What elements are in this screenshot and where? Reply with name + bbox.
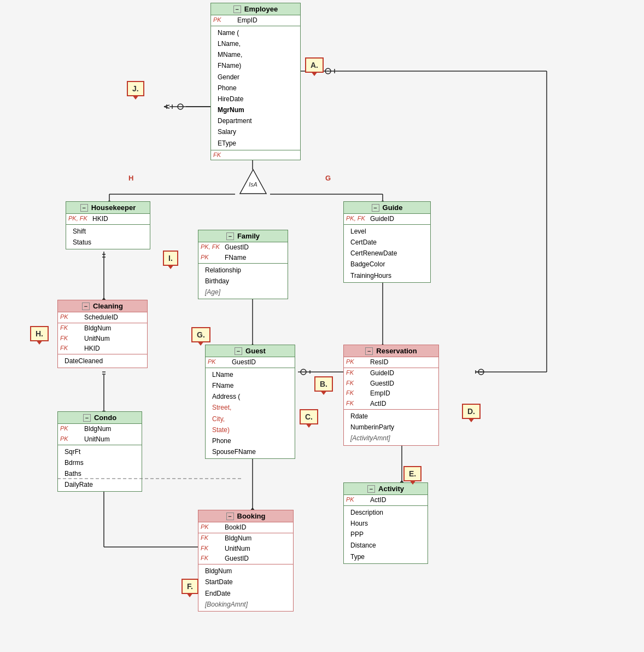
entity-row: FK GuestID [344,379,438,389]
entity-row: Type [346,551,425,562]
isa-triangle: IsA [239,168,267,196]
entity-cleaning-collapse[interactable]: − [82,302,90,310]
entity-row: CertDate [346,237,428,248]
entity-row: SqrFt [60,446,139,457]
entity-row: [Age] [201,287,285,298]
entity-row: PK BldgNum [58,424,142,434]
entity-row: EndDate [201,588,291,599]
entity-row: Bdrms [60,457,139,468]
entity-activity-header: − Activity [344,483,428,495]
entity-row: Hours [346,518,425,529]
entity-family-title: Family [237,232,260,240]
label-j: J. [127,81,144,96]
label-c: C. [300,409,318,424]
label-f: F. [182,579,198,594]
entity-activity-title: Activity [378,485,404,493]
entity-row: MgrNum [213,104,298,115]
entity-row: Rdate [346,411,436,422]
svg-point-11 [178,104,183,109]
entity-row: SpouseFName [208,446,292,457]
entity-housekeeper-header: − Housekeeper [66,202,150,214]
entity-row: Gender [213,72,298,83]
entity-row: FK EmpID [344,388,438,399]
entity-row: Department [213,115,298,126]
entity-row: TrainingHours [346,270,428,281]
entity-row: City, [208,414,292,424]
entity-booking: − Booking PK BookID FK BldgNum FK UnitNu… [198,510,294,612]
entity-family-header: − Family [198,230,288,242]
entity-activity-collapse[interactable]: − [367,485,375,493]
label-h: H. [30,326,49,341]
entity-employee: − Employee PK EmpID Name ( LName, MName,… [210,3,301,160]
entity-row: Status [68,237,148,248]
entity-guide: − Guide PK, FK GuideID Level CertDate Ce… [343,201,431,283]
entity-row: PK FName [198,253,288,263]
entity-row: Level [346,226,428,237]
entity-row: PK, FK GuestID [198,242,288,253]
entity-row: [BookingAmnt] [201,599,291,610]
entity-row: FK BldgNum [58,323,147,334]
entity-reservation-collapse[interactable]: − [365,347,373,355]
entity-booking-collapse[interactable]: − [226,513,234,520]
label-g: G. [191,327,210,342]
entity-guide-header: − Guide [344,202,430,214]
entity-row: PK, FK GuideID [344,214,430,224]
entity-guide-collapse[interactable]: − [372,204,379,212]
entity-row: PK GuestID [206,357,295,368]
entity-guest-collapse[interactable]: − [235,347,242,355]
entity-row: Phone [208,435,292,446]
entity-row: State) [208,424,292,435]
entity-row: FK BldgNum [198,533,293,544]
entity-row: StartDate [201,577,291,587]
entity-family-collapse[interactable]: − [226,232,234,240]
entity-booking-header: − Booking [198,510,293,522]
entity-row: FK UnitNum [58,334,147,344]
entity-row: PK UnitNum [58,434,142,445]
entity-cleaning: − Cleaning PK ScheduleID FK BldgNum FK U… [57,300,148,368]
entity-booking-title: Booking [237,512,266,520]
entity-guide-title: Guide [383,203,403,212]
entity-reservation-header: − Reservation [344,345,438,357]
entity-row: PK BookID [198,522,293,533]
entity-row: PK ResID [344,357,438,368]
entity-row: MName, [213,49,298,60]
entity-cleaning-title: Cleaning [93,302,123,310]
entity-row: PK ScheduleID [58,312,147,323]
entity-row: Birthday [201,276,285,287]
entity-row: Baths [60,468,139,479]
entity-row: CertRenewDate [346,248,428,259]
entity-housekeeper: − Housekeeper PK, FK HKID Shift Status [66,201,150,249]
entity-reservation-title: Reservation [376,347,417,355]
diagram-container: IsA H G − Employee PK EmpID Name ( LName… [0,0,644,652]
entity-condo-collapse[interactable]: − [83,414,91,422]
entity-row: Address ( [208,391,292,402]
entity-row: Relationship [201,265,285,276]
entity-row: LName, [213,38,298,49]
entity-housekeeper-collapse[interactable]: − [80,204,88,212]
entity-row: DateCleaned [60,356,145,366]
entity-row: EType [213,138,298,149]
entity-row: BadgeColor [346,259,428,270]
entity-employee-collapse[interactable]: − [233,5,241,13]
entity-row: FK [211,150,300,160]
entity-row: Description [346,507,425,518]
entity-condo-title: Condo [94,414,116,422]
entity-row: Name ( [213,27,298,38]
entity-row: FK ActID [344,399,438,409]
entity-family: − Family PK, FK GuestID PK FName Relatio… [198,230,288,299]
entity-guest: − Guest PK GuestID LName FName Address (… [205,345,295,459]
entity-guest-title: Guest [245,347,266,355]
svg-point-5 [325,68,331,74]
entity-row: HireDate [213,94,298,104]
entity-guest-header: − Guest [206,345,295,357]
entity-row: PK ActID [344,495,428,505]
label-i: I. [163,251,178,266]
entity-row: FName [208,380,292,391]
entity-employee-empid-row: PK EmpID [211,15,300,26]
entity-row: Phone [213,83,298,94]
entity-row: FName) [213,60,298,71]
entity-condo: − Condo PK BldgNum PK UnitNum SqrFt Bdrm… [57,411,142,492]
rel-label-h: H [128,174,133,182]
entity-row: FK UnitNum [198,544,293,554]
svg-text:IsA: IsA [249,181,257,188]
